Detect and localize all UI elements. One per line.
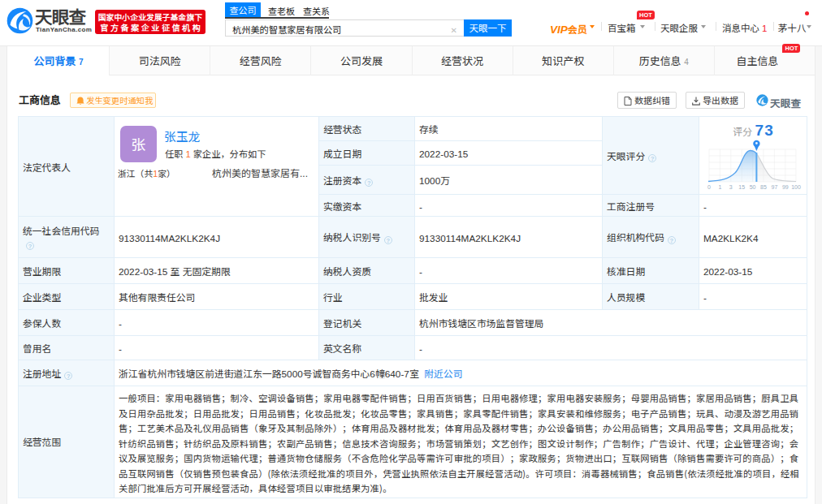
- svg-text:97: 97: [772, 184, 778, 190]
- svg-text:15: 15: [738, 184, 745, 190]
- svg-text:99: 99: [782, 184, 789, 190]
- svg-text:85: 85: [760, 184, 767, 190]
- svg-text:3: 3: [729, 184, 733, 190]
- svg-text:100: 100: [791, 184, 801, 190]
- svg-text:1: 1: [718, 184, 721, 190]
- svg-text:50: 50: [750, 184, 756, 190]
- svg-text:0: 0: [707, 184, 711, 190]
